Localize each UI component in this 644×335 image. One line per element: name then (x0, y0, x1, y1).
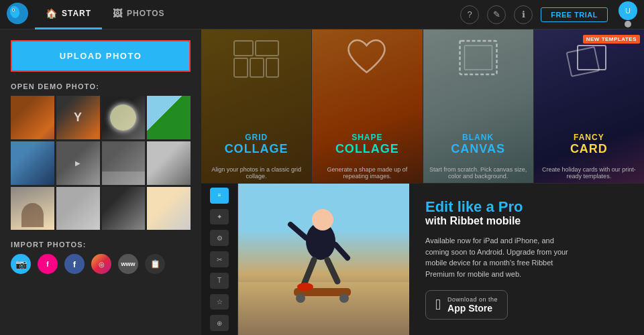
svg-rect-8 (266, 58, 278, 77)
help-button[interactable]: ? (460, 5, 479, 24)
demo-thumb-4[interactable] (147, 96, 191, 139)
app-tool-1: ≡ (210, 188, 229, 204)
cards-icon (566, 38, 612, 80)
app-tool-4: ✂ (210, 251, 229, 267)
shape-collage-line1: SHAPE (335, 133, 399, 142)
edit-icon-button[interactable]: ✎ (487, 5, 506, 24)
fancy-card-desc: Create holiday cards with our print-read… (534, 166, 644, 180)
import-section: IMPORT PHOTOS: 📷 f f ◎ www 📋 (11, 241, 191, 274)
demo-thumb-7[interactable] (102, 141, 146, 185)
svg-rect-4 (234, 41, 253, 56)
import-section-label: IMPORT PHOTOS: (11, 241, 191, 249)
avatar-dot (625, 21, 631, 27)
demo-photos-section: OPEN DEMO PHOTO: Y (11, 82, 191, 230)
demo-thumb-1[interactable] (11, 96, 54, 139)
promo-description: Available now for iPad and iPhone, and c… (425, 235, 573, 279)
svg-point-21 (339, 293, 349, 303)
promo-section: Edit like a Pro with Ribbet mobile Avail… (409, 184, 644, 335)
grid-collage-desc: Align your photos in a classic grid coll… (201, 166, 311, 180)
grid-collage-line2: COLLAGE (225, 142, 288, 156)
promo-title-big: Edit like a Pro (425, 199, 628, 215)
app-tool-7: ⊕ (210, 315, 229, 331)
stamp-icon (456, 38, 500, 80)
grid-icon (233, 40, 280, 82)
tab-start[interactable]: 🏠 START (35, 0, 102, 29)
tab-photos[interactable]: 🖼 PHOTOS (102, 0, 175, 29)
import-instagram-icon[interactable]: ◎ (91, 254, 111, 274)
svg-line-17 (304, 260, 314, 285)
blank-canvas-option[interactable]: BLANK CANVAS Start from scratch. Pick ca… (423, 29, 533, 183)
demo-thumb-10[interactable] (56, 187, 100, 230)
nav-tabs: 🏠 START 🖼 PHOTOS (35, 0, 460, 29)
app-screenshot: ≡ ✦ ⚙ ✂ T ☆ ⊕ FILTER (201, 184, 409, 335)
svg-line-16 (335, 245, 347, 258)
app-tool-3: ⚙ (210, 230, 229, 246)
app-tool-2: ✦ (210, 209, 229, 225)
app-tool-5: T (210, 273, 229, 289)
demo-thumb-12[interactable] (147, 187, 191, 230)
demo-thumb-11[interactable] (102, 187, 146, 230)
import-flickr-icon[interactable]: f (38, 254, 58, 274)
blank-canvas-line2: CANVAS (451, 142, 505, 156)
app-tools-panel: ≡ ✦ ⚙ ✂ T ☆ ⊕ (201, 184, 238, 335)
svg-line-18 (327, 260, 337, 281)
shape-collage-line2: COLLAGE (335, 142, 399, 156)
content-area: GRID COLLAGE Align your photos in a clas… (201, 29, 644, 335)
svg-point-14 (312, 209, 333, 230)
upload-photo-button[interactable]: UPLOAD PHOTO (11, 40, 191, 72)
svg-rect-10 (464, 46, 492, 70)
app-store-small-text: Download on the (447, 296, 498, 303)
grid-collage-line1: GRID (225, 133, 288, 142)
main-container: UPLOAD PHOTO OPEN DEMO PHOTO: Y (0, 29, 644, 335)
new-templates-badge: NEW TEMPLATES (583, 35, 640, 44)
promo-title-container: Edit like a Pro with Ribbet mobile (425, 199, 628, 227)
svg-rect-6 (234, 58, 248, 77)
import-clipboard-icon[interactable]: 📋 (145, 254, 165, 274)
demo-thumb-9[interactable] (11, 187, 54, 230)
svg-point-3 (13, 9, 14, 11)
svg-point-20 (296, 293, 305, 303)
fancy-card-option[interactable]: NEW TEMPLATES FANCY CARD Create holiday … (533, 29, 644, 183)
photos-icon: 🖼 (113, 8, 123, 19)
demo-thumb-3[interactable] (102, 96, 146, 139)
import-device-icon[interactable]: 📷 (11, 254, 31, 274)
app-tool-6: ☆ (210, 294, 229, 310)
fancy-card-title: FANCY CARD (570, 133, 608, 156)
import-facebook-icon[interactable]: f (64, 254, 85, 274)
blank-canvas-title: BLANK CANVAS (451, 133, 505, 156)
grid-collage-option[interactable]: GRID COLLAGE Align your photos in a clas… (201, 29, 311, 183)
avatar[interactable]: U (619, 1, 637, 20)
info-button[interactable]: ℹ (514, 5, 533, 24)
skater-svg (284, 201, 364, 318)
bottom-section: ≡ ✦ ⚙ ✂ T ☆ ⊕ FILTER (201, 184, 644, 335)
shape-collage-option[interactable]: SHAPE COLLAGE Generate a shape made up o… (311, 29, 422, 183)
import-web-icon[interactable]: www (118, 254, 138, 274)
svg-line-15 (290, 224, 306, 238)
demo-thumb-5[interactable] (11, 141, 54, 185)
fancy-card-line1: FANCY (570, 133, 608, 142)
free-trial-button[interactable]: FREE TRIAL (541, 7, 608, 22)
demo-grid: Y ▶ (11, 96, 191, 230)
home-icon: 🏠 (46, 8, 58, 19)
shape-collage-desc: Generate a shape made up of repeating im… (312, 166, 422, 180)
app-store-button[interactable]:  Download on the App Store (425, 290, 508, 320)
apple-logo-icon:  (435, 296, 441, 314)
fancy-card-line2: CARD (570, 142, 608, 156)
demo-thumb-8[interactable] (147, 141, 191, 185)
blank-canvas-desc: Start from scratch. Pick canvas size, co… (423, 166, 533, 180)
big-photo (238, 184, 409, 335)
app-screenshot-inner: ≡ ✦ ⚙ ✂ T ☆ ⊕ FILTER (201, 184, 409, 335)
heart-icon (345, 38, 389, 80)
svg-rect-7 (250, 58, 264, 77)
svg-point-22 (297, 283, 313, 291)
demo-section-label: OPEN DEMO PHOTO: (11, 82, 191, 90)
demo-thumb-2[interactable]: Y (56, 96, 100, 139)
import-icons-row: 📷 f f ◎ www 📋 (11, 254, 191, 274)
demo-thumb-6[interactable]: ▶ (56, 141, 100, 185)
svg-rect-5 (256, 41, 278, 56)
blank-canvas-line1: BLANK (451, 133, 505, 142)
navbar: 🏠 START 🖼 PHOTOS ? ✎ ℹ FREE TRIAL U (0, 0, 644, 29)
grid-collage-title: GRID COLLAGE (225, 133, 288, 156)
shape-collage-title: SHAPE COLLAGE (335, 133, 399, 156)
app-store-text: Download on the App Store (447, 296, 498, 314)
